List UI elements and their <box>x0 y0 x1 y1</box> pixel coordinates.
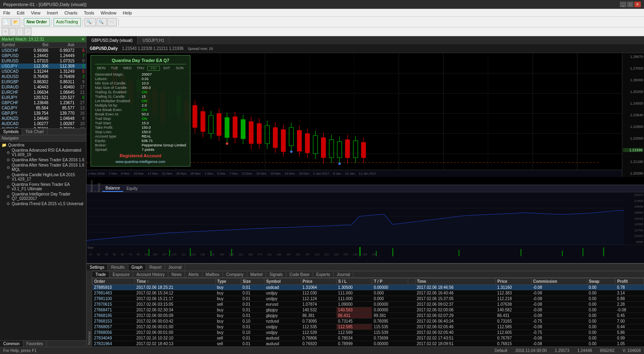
toolbar-zoom-in[interactable]: 🔍+ <box>85 18 96 26</box>
toolbar2-arrow[interactable]: ↗ <box>24 28 31 36</box>
tab-settings[interactable]: Settings <box>87 264 108 270</box>
nav-item[interactable]: ⚙ Quantina Forex News Trader EA v3.1_F1 … <box>0 182 86 191</box>
tab-graph[interactable]: Graph <box>128 264 147 270</box>
toolbar-zoom-out[interactable]: 🔍- <box>97 18 107 26</box>
tab-journal2[interactable]: Journal <box>334 272 354 278</box>
table-row[interactable]: 27881100 2017.02.06 15:21:17 buy 0.01 us… <box>93 296 644 302</box>
time-17: 2 Jan 2017 <box>313 172 329 175</box>
table-row[interactable]: 27831964 2017.02.02 18:40:13 sell 0.01 a… <box>93 341 644 347</box>
tab-trade[interactable]: Trade <box>92 272 109 278</box>
th-time[interactable]: Time ↑ <box>135 278 215 285</box>
status-bar: For Help, press F1 Default 2016.11.04 00… <box>0 347 644 354</box>
chart-tab-usdjpy[interactable]: USDJPY,H1 <box>138 36 169 44</box>
table-row[interactable]: 27885910 2017.02.06 18:25:21 buy 0.01 us… <box>93 285 644 290</box>
new-order-button[interactable]: New Order <box>24 18 50 26</box>
tab-report[interactable]: Report <box>146 264 165 270</box>
table-row[interactable]: 27870615 2017.02.06 03:15:05 sell 0.01 e… <box>93 302 644 307</box>
balance-chart-area[interactable]: 23373 21609 19946 18083 16319 14556 1279… <box>87 192 644 245</box>
market-row[interactable]: EURAUD 1.40443 1.40460 17 <box>0 84 86 90</box>
toolbar2-text[interactable]: T <box>17 28 23 36</box>
market-row[interactable]: EURGBP 0.86302 0.86311 9 <box>0 79 86 84</box>
market-row[interactable]: USDCHF 0.99386 0.99372 6 <box>0 48 86 53</box>
menu-help[interactable]: Help <box>121 10 134 15</box>
chart-tab-gbpusd[interactable]: GBPUSD,Daily (visual) <box>87 36 138 44</box>
nav-item[interactable]: ⚙ Quantina Advanced RSI EA Automated V1.… <box>0 148 86 157</box>
tab-news[interactable]: News <box>168 272 185 278</box>
maximize-button[interactable]: □ <box>627 2 634 7</box>
tab-results[interactable]: Results <box>108 264 128 270</box>
terminal-side-tab[interactable]: Terminal <box>87 271 92 347</box>
table-row[interactable]: 27881483 2017.02.06 15:34:12 buy 0.01 us… <box>93 290 644 296</box>
toolbar2-line[interactable]: ╱ <box>10 28 16 36</box>
table-row[interactable]: 27834049 2017.02.16 10:32:10 sell 0.01 a… <box>93 335 644 341</box>
menu-file[interactable]: File <box>2 10 12 15</box>
toolbar-new-file[interactable]: 📄 <box>2 18 10 26</box>
table-row[interactable]: 27868471 2017.02.06 02:30:34 buy 0.01 gb… <box>93 307 644 313</box>
market-row[interactable]: EURCHF 1.06634 1.06645 11 <box>0 90 86 95</box>
nav-item[interactable]: ⚙ Quantina Candle HighLow EA 2015 V1.429… <box>0 172 86 182</box>
table-row[interactable]: 27821919 2017.02.02 15:50:23 sell 0.01 e… <box>93 347 644 347</box>
menu-edit[interactable]: Edit <box>15 10 26 15</box>
trade-table-container[interactable]: Order Time ↑ Type Size Symbol Price S / … <box>92 278 644 347</box>
nav-item[interactable]: ⚙ Quantina iTrend EA 2015 v1.5 Universal <box>0 201 86 206</box>
tab-signals[interactable]: Signals <box>266 272 286 278</box>
market-watch-close[interactable]: ✕ <box>81 37 85 41</box>
tab-alerts[interactable]: Alerts <box>185 272 202 278</box>
toolbar-open[interactable]: 📂 <box>11 18 20 26</box>
mw-tab-tick[interactable]: Tick Chart <box>22 129 47 135</box>
market-row[interactable]: USDJPY 112.306 112.309 3 <box>0 64 86 69</box>
table-row[interactable]: 27868057 2017.02.06 00:01:00 buy 0.01 us… <box>93 324 644 330</box>
minimize-button[interactable]: _ <box>620 2 626 7</box>
nav-item[interactable]: 📁 Quantina <box>0 142 86 148</box>
market-row[interactable]: GBPUSD 1.24442 1.24449 7 <box>0 53 86 58</box>
table-row[interactable]: 27868195 2017.02.06 00:05:09 buy 0.01 gb… <box>93 313 644 319</box>
menu-bar: File Edit View Insert Charts Tools Windo… <box>0 9 644 17</box>
window-controls[interactable]: _ □ ✕ <box>620 2 641 7</box>
market-row[interactable]: GBPCHF 1.23648 1.23671 27 <box>0 100 86 105</box>
menu-insert[interactable]: Insert <box>45 10 60 15</box>
market-row[interactable]: EURJPY 120.521 120.527 6 <box>0 95 86 100</box>
market-row[interactable]: AUDUSD 0.76406 0.76409 3 <box>0 74 86 79</box>
tab-codebase[interactable]: Code Base <box>286 272 313 278</box>
market-row[interactable]: AUDCHF 0.75921 0.75934 13 <box>0 126 86 128</box>
table-row[interactable]: 27868056 2017.02.06 00:01:00 buy 0.10 us… <box>93 330 644 335</box>
tab-mailbox[interactable]: Mailbox <box>202 272 223 278</box>
tab-journal[interactable]: Journal <box>165 264 185 270</box>
market-row[interactable]: CADJPY 85.564 85.577 13 <box>0 105 86 111</box>
market-row[interactable]: AUDCAD 1.00277 1.00287 10 <box>0 121 86 126</box>
market-row[interactable]: GBPJPY 139.754 139.770 16 <box>0 111 86 116</box>
mw-tab-symbols[interactable]: Symbols <box>0 129 22 135</box>
menu-window[interactable]: Window <box>99 10 118 15</box>
toolbar-period[interactable]: H1 <box>107 18 117 26</box>
nav-item[interactable]: ⚙ Quantina Intelligence Day Trader Q7_02… <box>0 191 86 201</box>
x-155: 155 <box>229 253 234 256</box>
nav-tab-favorites[interactable]: Favorites <box>23 341 47 347</box>
balance-tab[interactable]: Balance <box>102 185 123 192</box>
menu-charts[interactable]: Charts <box>63 10 79 15</box>
chart-area[interactable]: Quantina Day Trader EA Q7 MON TUE WED TH… <box>87 53 644 177</box>
auto-trading-button[interactable]: AutoTrading <box>54 18 81 26</box>
menu-tools[interactable]: Tools <box>82 10 96 15</box>
param-value: 0.01 <box>142 77 186 81</box>
table-row[interactable]: 27868153 2017.02.06 00:03:42 buy 0.10 nz… <box>93 319 644 324</box>
market-row[interactable]: EURUSD 1.07315 1.07315 0 <box>0 58 86 64</box>
market-row[interactable]: USDCAD 1.31244 1.31249 5 <box>0 69 86 74</box>
tab-market[interactable]: Market <box>247 272 266 278</box>
market-row[interactable]: AUDNZD 1.04640 1.04648 8 <box>0 116 86 121</box>
registered-account: Registered Account <box>95 153 186 158</box>
menu-view[interactable]: View <box>29 10 42 15</box>
toolbar2-crosshair[interactable]: ✚ <box>2 28 9 36</box>
nav-tab-common[interactable]: Common <box>0 341 23 347</box>
svg-rect-109 <box>345 140 350 158</box>
bid-price: 1.07315 <box>22 59 48 63</box>
nav-item[interactable]: ⚙ Quantina After News Trader EA 2016 1.6… <box>0 163 86 172</box>
close-button[interactable]: ✕ <box>634 2 641 7</box>
tab-experts[interactable]: Experts <box>313 272 334 278</box>
tab-account-history[interactable]: Account History <box>133 272 168 278</box>
price-7: 1.22800 <box>623 125 643 129</box>
equity-tab[interactable]: Equity <box>123 185 141 191</box>
tab-exposure[interactable]: Exposure <box>109 272 133 278</box>
td-tp: 115.535 <box>372 324 408 330</box>
tab-company[interactable]: Company <box>223 272 247 278</box>
nav-item[interactable]: ⚙ Quantina After News Trader EA 2016 1.6 <box>0 157 86 163</box>
